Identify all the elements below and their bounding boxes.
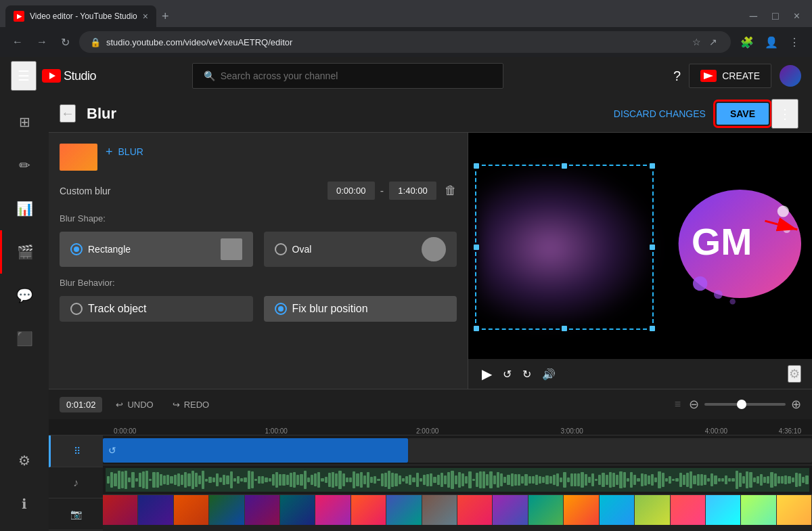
help-button[interactable]: ? [673, 68, 681, 84]
shape-option-rectangle[interactable]: Rectangle [60, 232, 253, 267]
bookmark-icon[interactable]: ☆ [690, 35, 704, 49]
more-options-button[interactable]: ⋮ [771, 99, 798, 129]
svg-point-10 [777, 205, 789, 217]
create-button[interactable]: CREATE [689, 64, 771, 88]
zoom-out-button[interactable]: ⊖ [689, 397, 699, 412]
thumbnail-cell [777, 495, 812, 525]
browser-menu-button[interactable]: ⋮ [785, 33, 804, 51]
timeline-toolbar: 0:01:02 ↩ UNDO ↪ REDO ≡ ⊖ [49, 389, 812, 419]
svg-point-9 [730, 299, 736, 305]
video-clip[interactable]: ↺ [103, 438, 408, 463]
sidebar-item-dashboard[interactable]: ⊞ [0, 100, 49, 144]
save-button[interactable]: SAVE [717, 103, 769, 125]
sidebar-item-feedback[interactable]: ℹ [0, 482, 49, 526]
sidebar-item-settings[interactable]: ⚙ [0, 439, 49, 482]
behavior-fix[interactable]: Fix blur position [264, 296, 457, 322]
zoom-thumb[interactable] [737, 400, 746, 409]
preview-controls: ▶ ↺ ↻ 🔊 ⚙ [468, 359, 812, 389]
thumbnail-cell [315, 495, 351, 525]
rewind-button[interactable]: ↺ [500, 365, 514, 383]
ruler-mark-0: 0:00:00 [114, 427, 136, 435]
minimize-button[interactable]: ─ [743, 7, 764, 25]
sidebar-item-analytics[interactable]: 📊 [0, 187, 49, 230]
thumbnail-cell [600, 495, 635, 525]
thumbnail-cell [528, 495, 564, 525]
timeline-tracks: ⠿ ♪ 📷 ↺ [49, 436, 812, 530]
thumbnail-cell [103, 495, 138, 525]
create-label: CREATE [722, 70, 760, 81]
sidebar-item-editor[interactable]: 🎬 [0, 230, 49, 274]
reload-button[interactable]: ↻ [57, 33, 74, 51]
extensions-icon[interactable]: 🧩 [736, 33, 758, 51]
settings-icon: ⚙ [18, 452, 30, 469]
delete-blur-button[interactable]: 🗑 [445, 184, 457, 198]
zoom-slider[interactable] [704, 403, 786, 406]
back-button[interactable]: ← [60, 104, 76, 123]
blur-behavior-row: Track object Fix blur position [60, 296, 457, 322]
avatar[interactable] [780, 65, 801, 87]
audio-track[interactable]: const bars = []; for(let i=0; i<200; i++… [103, 465, 812, 495]
svg-text:GM: GM [692, 221, 752, 263]
address-text: studio.youtube.com/video/veVxeuAETRQ/edi… [106, 37, 292, 47]
thumbnail-cell [493, 495, 528, 525]
time-start-input[interactable]: 0:00:00 [328, 182, 375, 200]
thumbnail-cell [706, 495, 741, 525]
subtitles-icon: ⬛ [16, 331, 33, 347]
camera-track-label: 📷 [49, 498, 103, 530]
zoom-controls: ⊖ ⊕ [689, 397, 801, 412]
forward-nav-button[interactable]: → [32, 33, 51, 51]
back-nav-button[interactable]: ← [8, 33, 27, 51]
browser-tab[interactable]: ▶ Video editor - YouTube Studio × [5, 5, 156, 27]
tracks-content: ↺ const bars = []; fo [103, 436, 812, 530]
tab-close-icon[interactable]: × [143, 11, 148, 22]
undo-label: UNDO [127, 400, 153, 410]
logo: Studio [42, 69, 96, 83]
thumbnail-cell [138, 495, 173, 525]
discard-changes-button[interactable]: DISCARD CHANGES [603, 103, 717, 125]
sidebar-item-comments[interactable]: 💬 [0, 274, 49, 317]
left-panel: + BLUR Custom blur 0:00:00 - 1:40:00 🗑 [49, 133, 468, 389]
search-bar[interactable]: 🔍 Search across your channel [192, 63, 503, 89]
audio-waveform: const bars = []; for(let i=0; i<200; i++… [106, 468, 809, 492]
maximize-button[interactable]: □ [765, 7, 786, 25]
profile-icon[interactable]: 👤 [761, 33, 782, 51]
volume-button[interactable]: 🔊 [539, 365, 558, 383]
blur-behavior-section: Blur Behavior: Track object Fix blur pos… [60, 278, 457, 322]
preview-settings-button[interactable]: ⚙ [788, 365, 801, 383]
close-button[interactable]: × [787, 7, 807, 25]
hamburger-menu[interactable]: ☰ [11, 61, 37, 91]
forward-button[interactable]: ↻ [520, 365, 534, 383]
svg-marker-2 [704, 72, 713, 79]
studio-label: Studio [64, 69, 96, 83]
blur-effect [478, 167, 657, 329]
play-button[interactable]: ▶ [479, 363, 495, 385]
shape-option-oval[interactable]: Oval [264, 232, 457, 267]
tab-favicon: ▶ [14, 11, 24, 22]
radio-rectangle [70, 243, 83, 255]
plus-icon: + [106, 145, 113, 159]
share-icon[interactable]: ↗ [706, 35, 720, 49]
video-track-label: ⠿ [49, 436, 103, 467]
address-bar-input[interactable]: 🔒 studio.youtube.com/video/veVxeuAETRQ/e… [79, 31, 731, 53]
thumbnail-cell [564, 495, 599, 525]
time-end-input[interactable]: 1:40:00 [389, 182, 436, 200]
new-tab-button[interactable]: + [156, 7, 175, 26]
thumbnail-cell [422, 495, 457, 525]
thumbnail-cell [635, 495, 670, 525]
custom-blur-row: Custom blur 0:00:00 - 1:40:00 🗑 [60, 182, 457, 200]
redo-button[interactable]: ↪ REDO [167, 397, 215, 412]
sidebar-item-subtitles[interactable]: ⬛ [0, 317, 49, 360]
ruler-mark-3: 3:00:00 [560, 427, 583, 435]
thumbnail-cell [209, 495, 244, 525]
add-blur-button[interactable]: + BLUR [106, 145, 143, 159]
behavior-track[interactable]: Track object [60, 296, 253, 322]
undo-button[interactable]: ↩ UNDO [110, 397, 158, 412]
ruler-mark-1: 1:00:00 [265, 427, 288, 435]
video-track[interactable]: ↺ [103, 436, 812, 465]
thumbnail-cell [280, 495, 315, 525]
svg-point-7 [693, 276, 707, 291]
sidebar-item-content[interactable]: ✏ [0, 144, 49, 187]
zoom-in-button[interactable]: ⊕ [791, 397, 801, 412]
fix-label: Fix blur position [292, 303, 368, 315]
thumbnail-track[interactable]: const colors = [ ['#b71c1c','#880e4f'],[… [103, 495, 812, 525]
